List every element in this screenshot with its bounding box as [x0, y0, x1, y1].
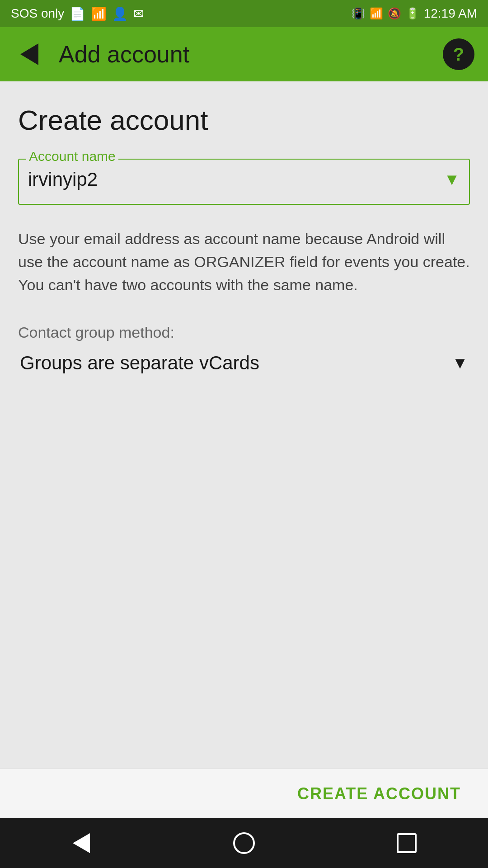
- person-icon: 👤: [112, 6, 128, 21]
- contact-group-arrow-icon: ▼: [452, 354, 468, 373]
- status-bar-left: SOS only 📄 📶 👤 ✉: [11, 6, 144, 21]
- account-name-label: Account name: [26, 149, 118, 164]
- mute-icon: 🔕: [388, 7, 401, 20]
- nav-back-button[interactable]: [63, 825, 99, 861]
- status-bar-right: 📳 📶 🔕 🔋 12:19 AM: [352, 6, 477, 21]
- mail-icon: ✉: [133, 6, 144, 21]
- info-text: Use your email address as account name b…: [18, 227, 470, 297]
- help-button[interactable]: ?: [443, 38, 474, 70]
- sos-text: SOS only: [11, 6, 64, 21]
- file-icon: 📄: [70, 6, 85, 21]
- nav-home-icon: [233, 832, 255, 854]
- page-title: Create account: [18, 104, 470, 136]
- contact-group-value: Groups are separate vCards: [20, 352, 259, 374]
- nav-recent-button[interactable]: [389, 825, 425, 861]
- account-name-input[interactable]: [28, 164, 444, 195]
- nfc-icon: 📳: [352, 7, 365, 20]
- status-time: 12:19 AM: [424, 6, 477, 21]
- help-icon: ?: [453, 44, 464, 65]
- bluetooth-icon: 📶: [370, 7, 383, 20]
- toolbar-title: Add account: [45, 41, 443, 68]
- back-button[interactable]: [14, 38, 45, 70]
- contact-group-dropdown[interactable]: Groups are separate vCards ▼: [18, 348, 470, 378]
- account-name-field: Account name ▼: [18, 159, 470, 205]
- contact-group-label: Contact group method:: [18, 324, 470, 341]
- back-arrow-icon: [20, 43, 38, 65]
- status-bar: SOS only 📄 📶 👤 ✉ 📳 📶 🔕 🔋 12:19 AM: [0, 0, 488, 27]
- bottom-bar: CREATE ACCOUNT: [0, 769, 488, 818]
- nav-back-icon: [73, 833, 90, 853]
- nav-home-button[interactable]: [226, 825, 262, 861]
- create-account-button[interactable]: CREATE ACCOUNT: [288, 780, 470, 808]
- battery-icon: 🔋: [406, 7, 419, 20]
- main-content: Create account Account name ▼ Use your e…: [0, 81, 488, 769]
- wifi-icon: 📶: [91, 6, 107, 21]
- account-name-inner: ▼: [28, 164, 460, 195]
- account-name-dropdown-arrow[interactable]: ▼: [444, 170, 460, 189]
- nav-bar: [0, 818, 488, 868]
- nav-recent-icon: [397, 833, 417, 853]
- toolbar: Add account ?: [0, 27, 488, 81]
